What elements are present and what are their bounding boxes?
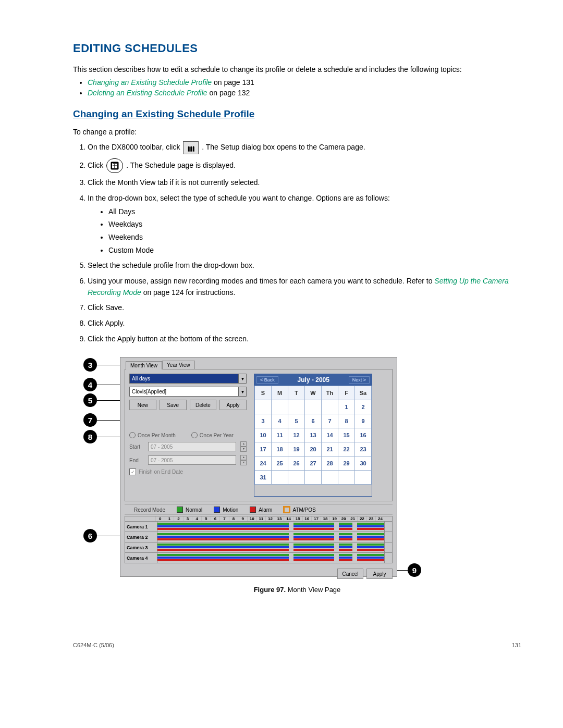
recording-bar: [357, 557, 384, 559]
hour-tick: 14: [284, 516, 293, 521]
checkbox-label: Finish on End Date: [139, 469, 183, 475]
camera-label: Camera 2: [125, 532, 157, 542]
hour-tick: 9: [238, 516, 247, 521]
recording-bar: [339, 557, 352, 559]
timeline-row[interactable]: Camera 2: [125, 532, 392, 542]
step-text: on page 124 for instructions.: [143, 288, 236, 297]
hour-tick: 24: [375, 516, 385, 521]
link-suffix: on page 131: [212, 78, 254, 87]
hour-tick: 10: [247, 516, 256, 521]
recording-bar: [357, 523, 384, 525]
recording-bar: [293, 546, 334, 548]
subsection-heading: Changing an Existing Schedule Profile: [73, 108, 521, 120]
legend-atm: ATM/POS: [292, 507, 315, 513]
hour-tick: 2: [174, 516, 183, 521]
recording-bar: [157, 533, 289, 535]
recording-bar: [339, 544, 352, 546]
recording-bar: [157, 557, 289, 559]
calendar-back-button[interactable]: < Back: [256, 376, 278, 384]
hour-tick: 15: [293, 516, 302, 521]
option-item: All Days: [108, 206, 521, 218]
callout-5: 5: [83, 393, 97, 407]
timeline-track[interactable]: [157, 553, 384, 563]
step-text: Click: [88, 161, 105, 169]
recording-bar: [357, 536, 384, 538]
recording-bar: [157, 546, 289, 548]
hour-tick: 1: [165, 516, 174, 521]
option-item: Weekends: [108, 232, 521, 243]
link-change-profile[interactable]: Changing an Existing Schedule Profile: [88, 78, 212, 87]
topic-list: Changing an Existing Schedule Profile on…: [88, 78, 521, 97]
record-mode-legend: Record Mode Normal Motion Alarm ATM/POS: [125, 504, 393, 515]
scrollbar[interactable]: [384, 522, 392, 532]
schedule-type-dropdown[interactable]: All days ▾: [129, 374, 247, 384]
radio-label: Once Per Month: [138, 433, 176, 438]
link-delete-profile[interactable]: Deleting an Existing Schedule Profile: [88, 89, 207, 97]
start-spinner[interactable]: ▴▾: [240, 441, 247, 452]
recording-bar: [293, 554, 334, 556]
tab-month-view[interactable]: Month View: [126, 361, 162, 369]
timeline-row[interactable]: Camera 3: [125, 542, 392, 552]
scrollbar[interactable]: [384, 532, 392, 542]
recording-bar: [357, 525, 384, 527]
recording-bar: [157, 523, 289, 525]
camera-timeline: 0123456789101112131415161718192021222324…: [125, 516, 393, 563]
scrollbar[interactable]: [384, 553, 392, 563]
step-text: Click the Month View tab if it is not cu…: [88, 177, 521, 189]
timeline-row[interactable]: Camera 1: [125, 521, 392, 532]
scrollbar[interactable]: [384, 542, 392, 552]
radio-once-per-month[interactable]: Once Per Month: [129, 432, 176, 438]
recording-bar: [339, 554, 352, 556]
start-field[interactable]: 07 - 2005: [148, 442, 236, 451]
dow: T: [288, 386, 305, 400]
recording-bar: [293, 528, 334, 530]
recording-bar: [357, 538, 384, 540]
timeline-track[interactable]: [157, 542, 384, 552]
hour-tick: 11: [256, 516, 266, 521]
new-button[interactable]: New: [129, 400, 156, 410]
option-item: Custom Mode: [108, 245, 521, 256]
recording-bar: [157, 528, 289, 530]
timeline-row[interactable]: Camera 4: [125, 552, 392, 563]
step-text: Select the schedule profile from the dro…: [88, 260, 521, 272]
start-label: Start: [129, 444, 144, 450]
radio-once-per-year[interactable]: Once Per Year: [191, 432, 234, 438]
hour-tick: 0: [155, 516, 165, 521]
delete-button[interactable]: Delete: [190, 400, 217, 410]
recording-bar: [157, 544, 289, 546]
finish-checkbox[interactable]: ✓Finish on End Date: [129, 468, 247, 475]
chevron-down-icon: ▾: [238, 387, 246, 396]
recording-bar: [157, 536, 289, 538]
calendar-grid[interactable]: S M T W Th F Sa 12 3456789 1011121314151…: [254, 386, 372, 485]
recording-bar: [157, 559, 289, 561]
end-label: End: [129, 458, 144, 463]
apply-footer-button[interactable]: Apply: [366, 569, 393, 579]
timeline-track[interactable]: [157, 532, 384, 542]
profile-dropdown[interactable]: Clovis[Applied] ▾: [129, 387, 247, 397]
timeline-track[interactable]: [157, 522, 384, 532]
apply-button[interactable]: Apply: [219, 400, 247, 410]
cancel-button[interactable]: Cancel: [337, 569, 363, 579]
recording-bar: [357, 559, 384, 561]
end-spinner[interactable]: ▴▾: [240, 455, 247, 465]
calendar-next-button[interactable]: Next >: [349, 376, 370, 384]
hour-tick: 19: [329, 516, 339, 521]
dow: Sa: [355, 386, 372, 400]
recording-bar: [157, 549, 289, 551]
hour-tick: 7: [219, 516, 229, 521]
step-text: Click the Apply button at the bottom of …: [88, 334, 521, 345]
dow: Th: [322, 386, 338, 400]
hour-tick: 17: [311, 516, 321, 521]
setup-icon: [183, 141, 199, 154]
figure-caption: Figure 97. Month View Page: [73, 585, 521, 595]
dropdown-value: Clovis[Applied]: [130, 389, 238, 394]
recording-bar: [293, 523, 334, 525]
recording-bar: [339, 559, 352, 561]
end-field[interactable]: 07 - 2005: [148, 455, 236, 465]
save-button[interactable]: Save: [160, 400, 187, 410]
hour-scale: 0123456789101112131415161718192021222324: [155, 516, 385, 521]
tab-year-view[interactable]: Year View: [162, 361, 194, 369]
recording-bar: [157, 538, 289, 540]
recording-bar: [339, 525, 352, 527]
schedule-dialog: Month View Year View All days ▾ Clovis[A…: [120, 357, 397, 577]
